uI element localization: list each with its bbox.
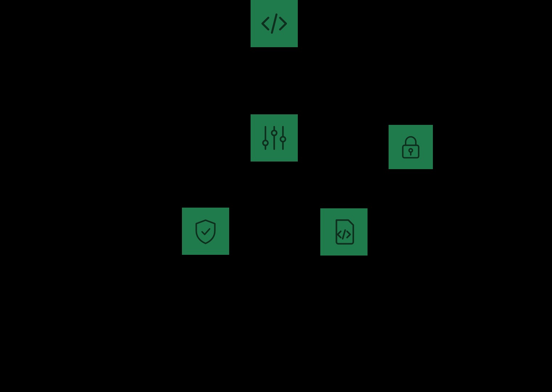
svg-line-13 [343, 230, 345, 239]
lock-tile [389, 125, 433, 169]
code-document-tile [320, 208, 368, 256]
svg-line-0 [272, 15, 277, 33]
code-icon [258, 7, 291, 40]
diagram-canvas [0, 0, 552, 392]
lock-icon [397, 133, 425, 161]
shield-check-icon [191, 217, 220, 246]
sliders-tile [251, 114, 298, 162]
code-tile [251, 0, 298, 47]
sliders-icon [259, 122, 290, 154]
code-document-icon [328, 216, 360, 248]
shield-tile [182, 208, 229, 255]
